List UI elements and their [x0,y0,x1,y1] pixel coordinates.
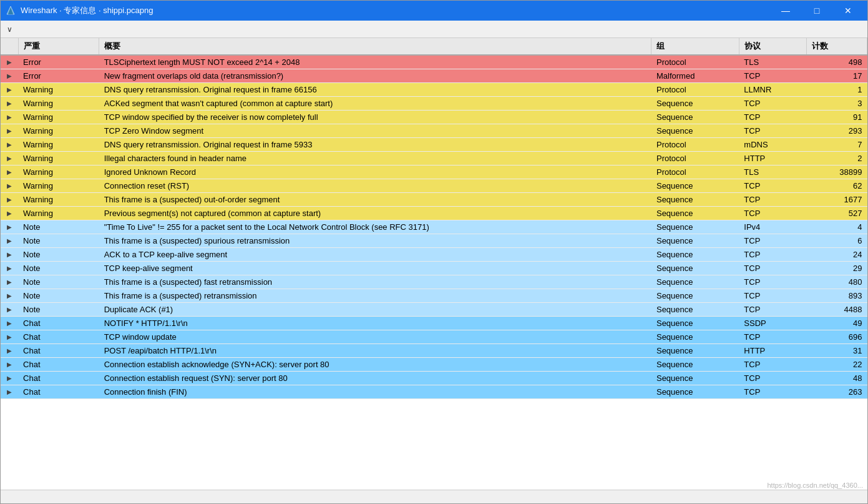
row-protocol: mDNS [739,138,806,152]
table-row[interactable]: ▶ErrorNew fragment overlaps old data (re… [1,69,867,83]
row-expand-icon[interactable]: ▶ [1,138,18,152]
table-row[interactable]: ▶NoteACK to a TCP keep-alive segmentSequ… [1,248,867,262]
table-row[interactable]: ▶WarningACKed segment that wasn't captur… [1,97,867,111]
row-expand-icon[interactable]: ▶ [1,124,18,138]
row-severity: Note [18,262,99,275]
table-row[interactable]: ▶WarningConnection reset (RST)SequenceTC… [1,179,867,193]
table-row[interactable]: ▶NoteThis frame is a (suspected) retrans… [1,289,867,303]
row-count: 263 [806,385,867,399]
row-expand-icon[interactable]: ▶ [1,289,18,303]
row-summary: Previous segment(s) not captured (common… [99,207,651,220]
row-expand-icon[interactable]: ▶ [1,275,18,289]
table-row[interactable]: ▶NoteTCP keep-alive segmentSequenceTCP29 [1,262,867,275]
row-expand-icon[interactable]: ▶ [1,317,18,330]
row-expand-icon[interactable]: ▶ [1,97,18,111]
row-protocol: TCP [739,303,806,317]
row-group: Sequence [651,97,739,111]
table-row[interactable]: ▶WarningIgnored Unknown RecordProtocolTL… [1,166,867,179]
row-count: 7 [806,138,867,152]
row-severity: Note [18,289,99,303]
expand-chevron[interactable]: ∨ [3,24,16,35]
row-summary: Connection establish request (SYN): serv… [99,372,651,385]
row-expand-icon[interactable]: ▶ [1,303,18,317]
table-row[interactable]: ▶WarningThis frame is a (suspected) out-… [1,193,867,207]
row-expand-icon[interactable]: ▶ [1,234,18,248]
row-expand-icon[interactable]: ▶ [1,179,18,193]
row-count: 29 [806,262,867,275]
row-expand-icon[interactable]: ▶ [1,111,18,124]
row-protocol: SSDP [739,317,806,330]
expert-info-table[interactable]: 严重 概要 组 协议 计数 ▶ErrorTLSCiphertext length… [1,38,867,490]
row-summary: This frame is a (suspected) retransmissi… [99,289,651,303]
minimize-button[interactable]: — [771,1,800,21]
row-expand-icon[interactable]: ▶ [1,83,18,97]
row-protocol: TCP [739,97,806,111]
table-row[interactable]: ▶ChatConnection finish (FIN)SequenceTCP2… [1,385,867,399]
row-expand-icon[interactable]: ▶ [1,207,18,220]
row-severity: Warning [18,97,99,111]
header-count[interactable]: 计数 [806,38,867,55]
table-row[interactable]: ▶ErrorTLSCiphertext length MUST NOT exce… [1,55,867,69]
row-group: Protocol [651,166,739,179]
table-row[interactable]: ▶WarningDNS query retransmission. Origin… [1,138,867,152]
row-protocol: TCP [739,179,806,193]
table-row[interactable]: ▶NoteThis frame is a (suspected) fast re… [1,275,867,289]
header-group[interactable]: 组 [651,38,739,55]
row-summary: POST /eapi/batch HTTP/1.1\r\n [99,344,651,358]
row-expand-icon[interactable]: ▶ [1,385,18,399]
row-expand-icon[interactable]: ▶ [1,344,18,358]
header-summary[interactable]: 概要 [99,38,651,55]
row-expand-icon[interactable]: ▶ [1,55,18,69]
row-group: Sequence [651,179,739,193]
row-expand-icon[interactable]: ▶ [1,220,18,234]
row-count: 293 [806,124,867,138]
table-row[interactable]: ▶ChatPOST /eapi/batch HTTP/1.1\r\nSequen… [1,344,867,358]
table-row[interactable]: ▶WarningTCP Zero Window segmentSequenceT… [1,124,867,138]
row-expand-icon[interactable]: ▶ [1,248,18,262]
row-expand-icon[interactable]: ▶ [1,69,18,83]
table-row[interactable]: ▶WarningTCP window specified by the rece… [1,111,867,124]
row-expand-icon[interactable]: ▶ [1,262,18,275]
row-summary: "Time To Live" != 255 for a packet sent … [99,220,651,234]
row-expand-icon[interactable]: ▶ [1,166,18,179]
row-summary: TLSCiphertext length MUST NOT exceed 2^1… [99,55,651,69]
row-expand-icon[interactable]: ▶ [1,330,18,344]
row-severity: Chat [18,317,99,330]
row-count: 22 [806,358,867,372]
table-row[interactable]: ▶WarningDNS query retransmission. Origin… [1,83,867,97]
close-button[interactable]: ✕ [834,1,862,21]
row-count: 24 [806,248,867,262]
table-row[interactable]: ▶ChatTCP window updateSequenceTCP696 [1,330,867,344]
table-row[interactable]: ▶ChatConnection establish request (SYN):… [1,372,867,385]
row-summary: Illegal characters found in header name [99,152,651,166]
table-row[interactable]: ▶Note"Time To Live" != 255 for a packet … [1,220,867,234]
row-group: Sequence [651,220,739,234]
window-title: Wireshark · 专家信息 · shippi.pcapng [21,5,771,16]
table-row[interactable]: ▶WarningIllegal characters found in head… [1,152,867,166]
row-group: Sequence [651,344,739,358]
row-protocol: TCP [739,69,806,83]
row-group: Sequence [651,330,739,344]
row-severity: Warning [18,138,99,152]
table-row[interactable]: ▶WarningPrevious segment(s) not captured… [1,207,867,220]
maximize-button[interactable]: □ [802,1,831,21]
row-expand-icon[interactable]: ▶ [1,358,18,372]
row-expand-icon[interactable]: ▶ [1,193,18,207]
table-row[interactable]: ▶ChatNOTIFY * HTTP/1.1\r\nSequenceSSDP49 [1,317,867,330]
row-severity: Warning [18,83,99,97]
row-summary: New fragment overlaps old data (retransm… [99,69,651,83]
row-severity: Warning [18,179,99,193]
row-expand-icon[interactable]: ▶ [1,372,18,385]
row-summary: ACK to a TCP keep-alive segment [99,248,651,262]
row-expand-icon[interactable]: ▶ [1,152,18,166]
row-group: Sequence [651,207,739,220]
header-protocol[interactable]: 协议 [739,38,806,55]
row-protocol: TCP [739,111,806,124]
table-row[interactable]: ▶NoteThis frame is a (suspected) spuriou… [1,234,867,248]
row-group: Protocol [651,138,739,152]
table-row[interactable]: ▶NoteDuplicate ACK (#1)SequenceTCP4488 [1,303,867,317]
header-severity[interactable]: 严重 [18,38,99,55]
row-summary: TCP window specified by the receiver is … [99,111,651,124]
table-row[interactable]: ▶ChatConnection establish acknowledge (S… [1,358,867,372]
row-group: Sequence [651,111,739,124]
